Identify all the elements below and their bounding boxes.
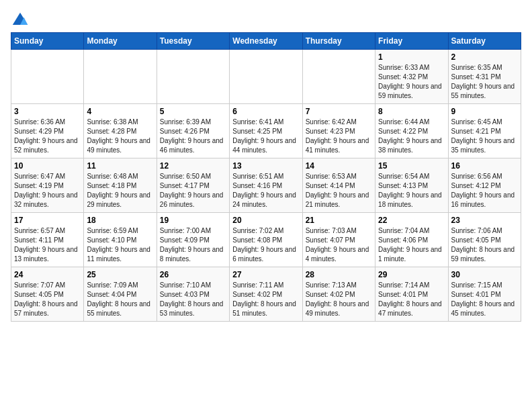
calendar-cell: 27Sunrise: 7:11 AM Sunset: 4:02 PM Dayli… (230, 267, 302, 322)
weekday-header-saturday: Saturday (448, 33, 521, 50)
day-info: Sunrise: 7:10 AM Sunset: 4:03 PM Dayligh… (160, 281, 226, 318)
day-info: Sunrise: 6:33 AM Sunset: 4:32 PM Dayligh… (378, 63, 445, 101)
day-info: Sunrise: 6:36 AM Sunset: 4:29 PM Dayligh… (14, 118, 81, 155)
day-info: Sunrise: 6:35 AM Sunset: 4:31 PM Dayligh… (451, 63, 518, 101)
day-number: 26 (160, 270, 226, 279)
day-number: 12 (160, 161, 226, 171)
day-number: 20 (232, 216, 299, 225)
day-number: 8 (378, 107, 445, 116)
weekday-header-friday: Friday (375, 33, 448, 50)
calendar-cell: 30Sunrise: 7:15 AM Sunset: 4:01 PM Dayli… (448, 267, 521, 322)
day-info: Sunrise: 6:50 AM Sunset: 4:17 PM Dayligh… (160, 172, 226, 210)
calendar-cell: 17Sunrise: 6:57 AM Sunset: 4:11 PM Dayli… (11, 213, 84, 267)
day-number: 21 (306, 216, 372, 225)
day-number: 23 (451, 216, 518, 225)
calendar-week-row: 17Sunrise: 6:57 AM Sunset: 4:11 PM Dayli… (11, 213, 521, 267)
page-header (11, 11, 521, 30)
calendar-cell (302, 50, 375, 104)
calendar-cell: 24Sunrise: 7:07 AM Sunset: 4:05 PM Dayli… (11, 267, 84, 322)
calendar-cell: 21Sunrise: 7:03 AM Sunset: 4:07 PM Dayli… (302, 213, 375, 267)
day-number: 18 (87, 216, 153, 225)
day-info: Sunrise: 6:38 AM Sunset: 4:28 PM Dayligh… (87, 118, 153, 155)
calendar-cell: 14Sunrise: 6:53 AM Sunset: 4:14 PM Dayli… (302, 158, 375, 213)
day-number: 4 (87, 107, 153, 116)
calendar-cell (84, 50, 157, 104)
day-number: 22 (378, 216, 445, 225)
calendar-cell: 15Sunrise: 6:54 AM Sunset: 4:13 PM Dayli… (375, 158, 448, 213)
day-number: 6 (232, 107, 299, 116)
calendar-cell: 16Sunrise: 6:56 AM Sunset: 4:12 PM Dayli… (448, 158, 521, 213)
day-number: 2 (451, 52, 518, 62)
calendar-cell: 23Sunrise: 7:06 AM Sunset: 4:05 PM Dayli… (448, 213, 521, 267)
day-number: 25 (87, 270, 153, 279)
day-number: 13 (232, 161, 299, 171)
calendar-cell: 2Sunrise: 6:35 AM Sunset: 4:31 PM Daylig… (448, 50, 521, 104)
calendar-cell: 9Sunrise: 6:45 AM Sunset: 4:21 PM Daylig… (448, 104, 521, 158)
day-info: Sunrise: 7:07 AM Sunset: 4:05 PM Dayligh… (14, 281, 81, 318)
weekday-header-row: SundayMondayTuesdayWednesdayThursdayFrid… (11, 33, 521, 50)
day-info: Sunrise: 7:09 AM Sunset: 4:04 PM Dayligh… (87, 281, 153, 318)
day-info: Sunrise: 6:48 AM Sunset: 4:18 PM Dayligh… (87, 172, 153, 210)
day-number: 11 (87, 161, 153, 171)
day-info: Sunrise: 7:14 AM Sunset: 4:01 PM Dayligh… (378, 281, 445, 318)
calendar-week-row: 1Sunrise: 6:33 AM Sunset: 4:32 PM Daylig… (11, 50, 521, 104)
day-number: 9 (451, 107, 518, 116)
calendar-week-row: 24Sunrise: 7:07 AM Sunset: 4:05 PM Dayli… (11, 267, 521, 322)
day-info: Sunrise: 6:51 AM Sunset: 4:16 PM Dayligh… (232, 172, 299, 210)
day-info: Sunrise: 6:45 AM Sunset: 4:21 PM Dayligh… (451, 118, 518, 155)
day-number: 28 (306, 270, 372, 279)
calendar-cell: 7Sunrise: 6:42 AM Sunset: 4:23 PM Daylig… (302, 104, 375, 158)
calendar-cell: 1Sunrise: 6:33 AM Sunset: 4:32 PM Daylig… (375, 50, 448, 104)
day-info: Sunrise: 6:56 AM Sunset: 4:12 PM Dayligh… (451, 172, 518, 210)
day-number: 1 (378, 52, 445, 62)
calendar-cell: 19Sunrise: 7:00 AM Sunset: 4:09 PM Dayli… (157, 213, 229, 267)
day-number: 24 (14, 270, 81, 279)
calendar-cell (11, 50, 84, 104)
calendar-cell: 18Sunrise: 6:59 AM Sunset: 4:10 PM Dayli… (84, 213, 157, 267)
day-info: Sunrise: 6:44 AM Sunset: 4:22 PM Dayligh… (378, 118, 445, 155)
calendar-cell: 22Sunrise: 7:04 AM Sunset: 4:06 PM Dayli… (375, 213, 448, 267)
day-number: 15 (378, 161, 445, 171)
day-info: Sunrise: 6:59 AM Sunset: 4:10 PM Dayligh… (87, 226, 153, 264)
day-info: Sunrise: 7:11 AM Sunset: 4:02 PM Dayligh… (232, 281, 299, 318)
weekday-header-sunday: Sunday (11, 33, 84, 50)
day-info: Sunrise: 6:47 AM Sunset: 4:19 PM Dayligh… (14, 172, 81, 210)
calendar-cell: 6Sunrise: 6:41 AM Sunset: 4:25 PM Daylig… (230, 104, 302, 158)
weekday-header-wednesday: Wednesday (230, 33, 302, 50)
calendar-cell: 26Sunrise: 7:10 AM Sunset: 4:03 PM Dayli… (157, 267, 229, 322)
calendar-cell: 11Sunrise: 6:48 AM Sunset: 4:18 PM Dayli… (84, 158, 157, 213)
day-number: 27 (232, 270, 299, 279)
logo (11, 11, 32, 30)
day-number: 5 (160, 107, 226, 116)
day-info: Sunrise: 7:00 AM Sunset: 4:09 PM Dayligh… (160, 226, 226, 264)
day-info: Sunrise: 6:57 AM Sunset: 4:11 PM Dayligh… (14, 226, 81, 264)
calendar-cell: 20Sunrise: 7:02 AM Sunset: 4:08 PM Dayli… (230, 213, 302, 267)
day-info: Sunrise: 7:06 AM Sunset: 4:05 PM Dayligh… (451, 226, 518, 264)
day-info: Sunrise: 6:53 AM Sunset: 4:14 PM Dayligh… (306, 172, 372, 210)
calendar-cell: 5Sunrise: 6:39 AM Sunset: 4:26 PM Daylig… (157, 104, 229, 158)
calendar-cell (157, 50, 229, 104)
day-number: 14 (306, 161, 372, 171)
calendar-cell: 12Sunrise: 6:50 AM Sunset: 4:17 PM Dayli… (157, 158, 229, 213)
calendar-table: SundayMondayTuesdayWednesdayThursdayFrid… (11, 32, 521, 322)
day-number: 17 (14, 216, 81, 225)
weekday-header-thursday: Thursday (302, 33, 375, 50)
day-info: Sunrise: 7:04 AM Sunset: 4:06 PM Dayligh… (378, 226, 445, 264)
day-info: Sunrise: 7:02 AM Sunset: 4:08 PM Dayligh… (232, 226, 299, 264)
day-info: Sunrise: 7:13 AM Sunset: 4:02 PM Dayligh… (306, 281, 372, 318)
day-info: Sunrise: 7:15 AM Sunset: 4:01 PM Dayligh… (451, 281, 518, 318)
day-number: 16 (451, 161, 518, 171)
day-number: 19 (160, 216, 226, 225)
calendar-cell: 8Sunrise: 6:44 AM Sunset: 4:22 PM Daylig… (375, 104, 448, 158)
calendar-cell: 25Sunrise: 7:09 AM Sunset: 4:04 PM Dayli… (84, 267, 157, 322)
calendar-cell: 4Sunrise: 6:38 AM Sunset: 4:28 PM Daylig… (84, 104, 157, 158)
calendar-week-row: 10Sunrise: 6:47 AM Sunset: 4:19 PM Dayli… (11, 158, 521, 213)
weekday-header-tuesday: Tuesday (157, 33, 229, 50)
day-info: Sunrise: 7:03 AM Sunset: 4:07 PM Dayligh… (306, 226, 372, 264)
day-number: 7 (306, 107, 372, 116)
calendar-cell: 13Sunrise: 6:51 AM Sunset: 4:16 PM Dayli… (230, 158, 302, 213)
day-info: Sunrise: 6:41 AM Sunset: 4:25 PM Dayligh… (232, 118, 299, 155)
day-number: 29 (378, 270, 445, 279)
day-info: Sunrise: 6:54 AM Sunset: 4:13 PM Dayligh… (378, 172, 445, 210)
calendar-cell (230, 50, 302, 104)
